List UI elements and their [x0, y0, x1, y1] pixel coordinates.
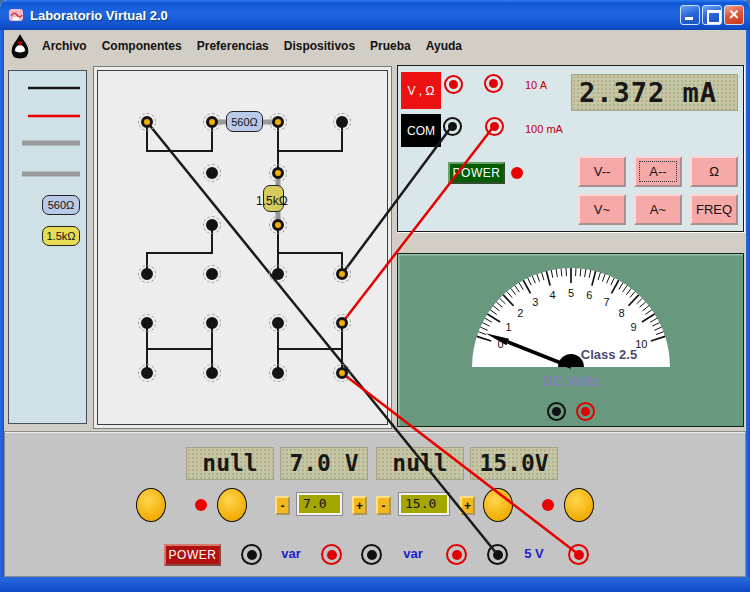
v1-value-field[interactable]: 7.0: [297, 493, 342, 515]
psu-label-var-1: var: [276, 544, 306, 564]
mode-vdc-button[interactable]: V--: [578, 156, 626, 187]
psu-label-var-2: var: [398, 544, 428, 564]
power-supply-panel: null 7.0 V null 15.0V - 7.0 + - 15.0 + P…: [4, 431, 746, 577]
app-icon: [8, 7, 24, 23]
psu-jack-black-1[interactable]: [241, 544, 262, 565]
menu-componentes[interactable]: Componentes: [102, 39, 182, 53]
connection-point[interactable]: [269, 364, 287, 382]
connection-point[interactable]: [269, 113, 287, 131]
connection-point[interactable]: [333, 113, 351, 131]
meter-unit-label: DC Volts: [524, 373, 619, 389]
connection-point[interactable]: [138, 314, 156, 332]
jack-com[interactable]: [443, 117, 462, 136]
meter-dial: 012345678910: [398, 254, 742, 425]
svg-text:4: 4: [550, 289, 556, 301]
window-border-bottom: [0, 577, 750, 592]
svg-text:6: 6: [586, 289, 592, 301]
psu-jack-black-3[interactable]: [487, 544, 508, 565]
connection-point[interactable]: [203, 113, 221, 131]
palette-resistor-1k5[interactable]: 1.5kΩ: [42, 226, 80, 246]
decrement-v1-button[interactable]: -: [275, 496, 290, 515]
menu-items: Archivo Componentes Preferencias Disposi…: [42, 39, 462, 53]
svg-text:5: 5: [568, 287, 574, 299]
psu-jack-red-3[interactable]: [568, 544, 589, 565]
psu-display-3: null: [376, 447, 464, 480]
svg-text:3: 3: [532, 296, 538, 308]
mode-vac-button[interactable]: V~: [578, 194, 626, 225]
menu-archivo[interactable]: Archivo: [42, 39, 87, 53]
connection-point[interactable]: [333, 314, 351, 332]
connection-point[interactable]: [203, 364, 221, 382]
mode-freq-button[interactable]: FREQ: [690, 194, 738, 225]
connection-point[interactable]: [203, 314, 221, 332]
connection-point[interactable]: [269, 265, 287, 283]
connection-point[interactable]: [269, 314, 287, 332]
palette-resistor-560[interactable]: 560Ω: [42, 195, 80, 215]
increment-v1-button[interactable]: +: [352, 496, 367, 515]
jack-100ma[interactable]: [485, 117, 504, 136]
menu-dispositivos[interactable]: Dispositivos: [284, 39, 355, 53]
title-bar[interactable]: Laboratorio Virtual 2.0: [0, 0, 750, 30]
analog-meter-panel: 012345678910 Class 2.5 DC Volts: [397, 253, 744, 427]
connection-point[interactable]: [138, 265, 156, 283]
menu-bar: Archivo Componentes Preferencias Disposi…: [4, 30, 746, 62]
connection-point[interactable]: [333, 265, 351, 283]
psu-display-2: 7.0 V: [280, 447, 368, 480]
jack-10a[interactable]: [484, 74, 503, 93]
connection-point[interactable]: [203, 265, 221, 283]
svg-text:8: 8: [619, 307, 625, 319]
mode-adc-button[interactable]: A--: [634, 156, 682, 187]
vohm-terminal-label: V , Ω: [401, 72, 441, 109]
psu-display-4: 15.0V: [470, 447, 558, 480]
psu-led-1: [195, 499, 207, 511]
psu-knob-3[interactable]: [483, 488, 513, 522]
increment-v2-button[interactable]: +: [460, 496, 475, 515]
multimeter-display: 2.372 mA: [571, 74, 738, 111]
connection-point[interactable]: [333, 364, 351, 382]
connection-point[interactable]: [203, 164, 221, 182]
breadboard-resistor-1k5-label: 1.5kΩ: [256, 194, 304, 208]
connection-point[interactable]: [138, 364, 156, 382]
jack-vohm[interactable]: [444, 75, 463, 94]
meter-class-label: Class 2.5: [574, 347, 644, 362]
psu-power-button[interactable]: POWER: [164, 544, 221, 566]
breadboard-resistor-560[interactable]: 560Ω: [226, 111, 263, 132]
menu-preferencias[interactable]: Preferencias: [197, 39, 269, 53]
multimeter-panel: V , Ω COM 10 A 100 mA 2.372 mA POWER V--…: [397, 65, 744, 232]
psu-display-1: null: [186, 447, 274, 480]
duke-mascot-icon: [9, 33, 31, 59]
v2-value-field[interactable]: 15.0: [399, 493, 449, 515]
multimeter-power-button[interactable]: POWER: [448, 162, 505, 184]
svg-text:9: 9: [630, 321, 636, 333]
svg-text:7: 7: [604, 296, 610, 308]
decrement-v2-button[interactable]: -: [376, 496, 391, 515]
com-terminal-label: COM: [401, 114, 441, 147]
psu-knob-1[interactable]: [136, 488, 166, 522]
connection-point[interactable]: [269, 164, 287, 182]
label-100ma: 100 mA: [525, 123, 563, 135]
label-10a: 10 A: [525, 79, 547, 91]
window-border-right: [746, 30, 750, 592]
psu-knob-4[interactable]: [564, 488, 594, 522]
meter-jack-black[interactable]: [547, 402, 566, 421]
connection-point[interactable]: [269, 216, 287, 234]
meter-jack-red[interactable]: [576, 402, 595, 421]
window-title: Laboratorio Virtual 2.0: [30, 8, 168, 23]
svg-text:1: 1: [505, 321, 511, 333]
psu-jack-black-2[interactable]: [361, 544, 382, 565]
psu-jack-red-1[interactable]: [321, 544, 342, 565]
menu-prueba[interactable]: Prueba: [370, 39, 411, 53]
multimeter-power-led: [511, 167, 523, 179]
menu-ayuda[interactable]: Ayuda: [426, 39, 462, 53]
psu-knob-2[interactable]: [217, 488, 247, 522]
mode-ohm-button[interactable]: Ω: [690, 156, 738, 187]
maximize-button[interactable]: [702, 5, 722, 25]
minimize-button[interactable]: [680, 5, 700, 25]
connection-point[interactable]: [203, 216, 221, 234]
svg-text:2: 2: [517, 307, 523, 319]
psu-led-2: [542, 499, 554, 511]
connection-point[interactable]: [138, 113, 156, 131]
psu-jack-red-2[interactable]: [446, 544, 467, 565]
close-button[interactable]: [724, 5, 744, 25]
mode-aac-button[interactable]: A~: [634, 194, 682, 225]
